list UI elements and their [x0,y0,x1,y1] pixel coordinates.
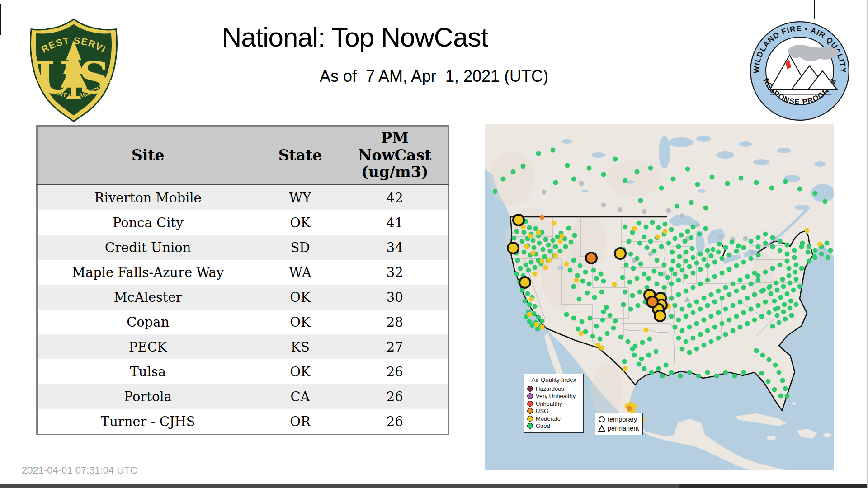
site-cell: Credit Union [37,235,259,260]
col-header-pm: PM NowCast (ug/m3) [342,126,448,185]
site-cell: Copan [37,310,259,334]
hazardous-swatch-icon [527,386,533,392]
aqi-legend-title: Air Quality Index [527,376,580,383]
state-cell: SD [259,235,342,260]
legend-item-unhealthy: Unhealthy [527,400,580,408]
page-title: National: Top NowCast [174,22,536,53]
state-cell: OK [259,285,342,310]
very-unhealthy-swatch-icon [527,393,533,399]
site-cell: Tulsa [37,359,259,384]
bottom-bar [0,484,679,488]
table-row: Credit UnionSD34 [37,235,448,260]
legend-item-very-unhealthy: Very Unhealthy [527,393,580,400]
page-subtitle: As of 7 AM, Apr 1, 2021 (UTC) [208,67,660,86]
table-row: Turner - CJHSOR26 [37,409,448,435]
permanent-triangle-icon [598,425,605,432]
site-cell: PECK [37,334,259,359]
state-cell: WA [259,260,342,285]
value-cell: 41 [342,210,448,235]
state-cell: KS [259,334,342,359]
state-cell: OR [259,409,342,435]
site-cell: Maple Falls-Azure Way [37,260,259,285]
legend-item-permanent: permanent [598,424,640,433]
table-row: Maple Falls-Azure WayWA32 [37,260,448,285]
legend-item-temporary: temporary [598,415,640,424]
legend-item-good: Good [527,422,580,430]
legend-item-usg: USG [527,408,580,415]
table-row: CopanOK28 [37,310,448,334]
value-cell: 42 [342,185,448,211]
site-cell: McAlester [37,285,259,310]
value-cell: 30 [342,285,448,310]
bottom-bar-dark-segment [679,484,868,488]
good-swatch-icon [527,423,533,429]
table-row: TulsaOK26 [37,359,448,384]
left-edge-tick [0,4,1,35]
table-row: PECKKS27 [37,334,448,359]
value-cell: 27 [342,334,448,359]
legend-item-moderate: Moderate [527,415,580,422]
fs-letter-s: S [79,52,110,103]
unhealthy-swatch-icon [527,401,533,407]
legend-item-hazardous: Hazardous [527,385,580,393]
right-edge-line [867,0,868,488]
value-cell: 34 [342,235,448,260]
table-row: Riverton MobileWY42 [37,185,448,211]
marker-type-legend: temporary permanent [595,413,643,435]
value-cell: 28 [342,310,448,334]
state-cell: CA [259,384,342,409]
col-header-state: State [259,126,342,185]
state-cell: OK [259,310,342,334]
site-cell: Portola [37,384,259,409]
moderate-swatch-icon [527,416,533,422]
state-cell: OK [259,359,342,384]
col-header-site: Site [37,126,259,185]
top-right-edge-tick [814,0,815,19]
site-cell: Ponca City [37,210,259,235]
aqi-legend: Air Quality Index Hazardous Very Unhealt… [524,374,584,433]
value-cell: 32 [342,260,448,285]
usg-swatch-icon [527,408,533,414]
table-row: PortolaCA26 [37,384,448,409]
value-cell: 26 [342,384,448,409]
top-nowcast-table: Site State PM NowCast (ug/m3) Riverton M… [36,125,449,435]
wfaqrp-logo: WILDLAND FIRE • AIR QUALITY RESPONSE PRO… [749,20,851,122]
value-cell: 26 [342,409,448,435]
table-row: McAlesterOK30 [37,285,448,310]
site-cell: Turner - CJHS [37,409,259,435]
table-header-row: Site State PM NowCast (ug/m3) [37,126,448,185]
temporary-circle-icon [598,416,605,423]
state-cell: OK [259,210,342,235]
table-row: Ponca CityOK41 [37,210,448,235]
value-cell: 26 [342,359,448,384]
forest-service-logo: FOREST SERVICE DEPARTMENT OF AGRICULTURE… [26,16,122,124]
state-cell: WY [259,185,342,211]
generated-timestamp: 2021-04-01 07:31:04 UTC [22,465,137,476]
aqi-map: Air Quality Index Hazardous Very Unhealt… [485,124,834,470]
site-cell: Riverton Mobile [37,185,259,211]
